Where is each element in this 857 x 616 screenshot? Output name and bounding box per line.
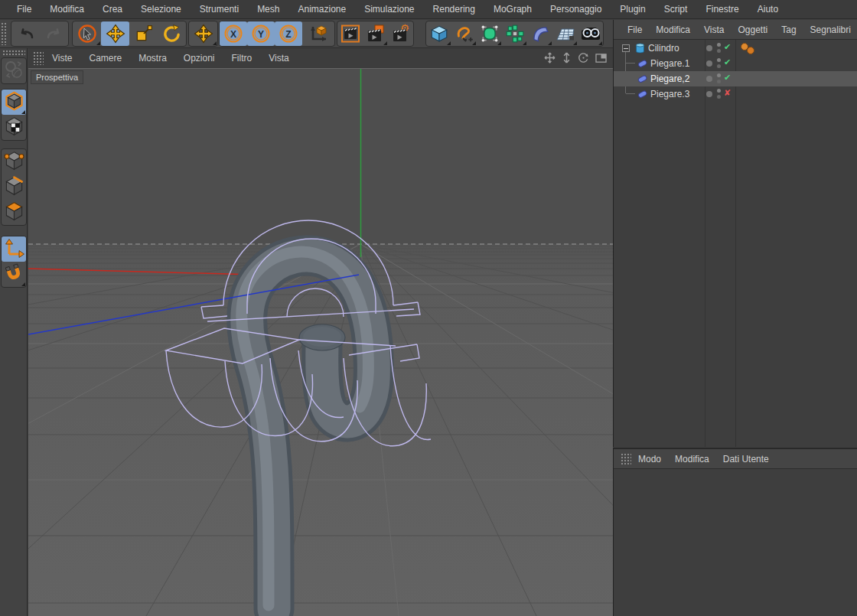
snap-magnet-button[interactable] xyxy=(2,262,26,287)
table-row-piegare3[interactable]: Piegare.3 ✘ xyxy=(614,86,857,102)
vp-menu-camere[interactable]: Camere xyxy=(80,53,130,64)
table-row-piegare2-selected[interactable]: Piegare,2 ✔ xyxy=(614,71,857,86)
tools-group xyxy=(72,21,187,47)
am-menu-modo[interactable]: Modo xyxy=(631,454,668,464)
visibility-dot-render[interactable] xyxy=(717,64,721,68)
menu-modifica[interactable]: Modifica xyxy=(41,0,93,19)
pan-view-icon[interactable] xyxy=(544,52,556,64)
toggle-view-icon[interactable] xyxy=(595,52,607,64)
enabled-check-icon[interactable]: ✔ xyxy=(724,73,731,83)
undo-button[interactable] xyxy=(11,21,40,46)
mode-toolbar-grip[interactable] xyxy=(2,50,25,56)
array-object-button[interactable] xyxy=(502,21,527,46)
object-name[interactable]: Piegare.3 xyxy=(650,89,689,99)
layer-dot[interactable] xyxy=(706,91,712,97)
table-row-piegare1[interactable]: Piegare.1 ✔ xyxy=(614,56,857,71)
zoom-view-icon[interactable] xyxy=(562,52,572,64)
visibility-dot-render[interactable] xyxy=(717,49,721,53)
menu-mograph[interactable]: MoGraph xyxy=(484,0,541,19)
model-mode-button[interactable] xyxy=(2,90,26,115)
enabled-check-icon[interactable]: ✔ xyxy=(724,57,731,67)
live-selection-button[interactable] xyxy=(73,21,101,46)
enabled-check-icon[interactable]: ✔ xyxy=(724,42,731,52)
menu-simulazione[interactable]: Simulazione xyxy=(355,0,423,19)
menu-animazione[interactable]: Animazione xyxy=(288,0,355,19)
vp-menu-mostra[interactable]: Mostra xyxy=(130,53,175,64)
menu-crea[interactable]: Crea xyxy=(93,0,132,19)
environment-floor-icon xyxy=(556,24,575,44)
svg-text:X: X xyxy=(230,29,236,40)
visibility-dot-render[interactable] xyxy=(717,80,721,83)
render-settings-button[interactable]: ⚙ xyxy=(388,21,413,46)
z-axis-lock-button[interactable]: Z xyxy=(275,21,302,46)
om-menu-tag[interactable]: Tag xyxy=(774,24,803,35)
om-menu-segnalibri[interactable]: Segnalibri xyxy=(803,24,857,35)
rotate-tool-button[interactable] xyxy=(158,21,186,46)
visibility-dot-editor[interactable] xyxy=(717,58,721,62)
deformer-button[interactable] xyxy=(527,21,552,46)
render-picture-viewer-button[interactable] xyxy=(363,21,388,46)
coordinate-system-button[interactable] xyxy=(302,21,334,46)
menu-strumenti[interactable]: Strumenti xyxy=(191,0,248,19)
om-menu-oggetti[interactable]: Oggetti xyxy=(732,24,775,35)
menu-finestre[interactable]: Finestre xyxy=(696,0,748,19)
object-name[interactable]: Piegare,2 xyxy=(650,73,689,84)
menu-selezione[interactable]: Selezione xyxy=(132,0,191,19)
visibility-dot-render[interactable] xyxy=(717,95,721,99)
edge-mode-button[interactable] xyxy=(2,174,26,200)
visibility-dot-editor[interactable] xyxy=(717,43,721,47)
vp-menu-opzioni[interactable]: Opzioni xyxy=(175,53,223,64)
y-axis-lock-button[interactable]: Y xyxy=(247,21,275,46)
om-menu-file[interactable]: File xyxy=(621,24,649,35)
last-used-tool-button[interactable] xyxy=(189,21,217,46)
axis-mode-button[interactable] xyxy=(2,236,26,262)
texture-mode-button[interactable] xyxy=(2,115,26,140)
spline-pen-button[interactable] xyxy=(451,21,477,46)
x-axis-lock-button[interactable]: X xyxy=(220,21,247,46)
am-menu-modifica[interactable]: Modifica xyxy=(668,454,716,464)
visibility-dot-editor[interactable] xyxy=(717,89,721,93)
layer-dot[interactable] xyxy=(706,76,712,82)
object-name[interactable]: Piegare.1 xyxy=(650,58,689,69)
view-label[interactable]: Prospettiva xyxy=(31,70,83,84)
viewport-menubar-grip[interactable] xyxy=(33,51,44,65)
vp-menu-viste[interactable]: Viste xyxy=(44,53,80,64)
menu-plugin[interactable]: Plugin xyxy=(611,0,654,19)
om-menu-vista[interactable]: Vista xyxy=(697,24,731,35)
move-tool-button[interactable] xyxy=(101,21,129,46)
menu-file[interactable]: File xyxy=(8,0,41,19)
menu-mesh[interactable]: Mesh xyxy=(248,0,288,19)
disabled-cross-icon[interactable]: ✘ xyxy=(724,88,731,98)
point-mode-button[interactable] xyxy=(2,149,26,174)
am-menu-dati-utente[interactable]: Dati Utente xyxy=(716,454,776,464)
polygon-mode-button[interactable] xyxy=(2,200,26,225)
collapse-toggle-icon[interactable] xyxy=(622,44,630,52)
scale-tool-button[interactable] xyxy=(129,21,158,46)
orange-tag-dot[interactable] xyxy=(741,44,748,51)
redo-button[interactable] xyxy=(40,21,68,46)
visibility-dot-editor[interactable] xyxy=(717,73,721,77)
scene-3d-view[interactable]: Prospettiva xyxy=(28,69,613,616)
make-editable-button[interactable] xyxy=(2,58,26,83)
vp-menu-filtro[interactable]: Filtro xyxy=(223,53,261,64)
menu-personaggio[interactable]: Personaggio xyxy=(541,0,611,19)
subdivision-surface-button[interactable] xyxy=(477,21,502,46)
vp-menu-vista[interactable]: Vista xyxy=(260,53,297,64)
layer-dot[interactable] xyxy=(706,60,712,67)
menu-rendering[interactable]: Rendering xyxy=(424,0,484,19)
object-name[interactable]: Cilindro xyxy=(648,43,679,54)
render-view-button[interactable] xyxy=(337,21,363,46)
menu-script[interactable]: Script xyxy=(655,0,697,19)
perspective-viewport: Viste Camere Mostra Opzioni Filtro Vista… xyxy=(28,48,613,616)
attribute-manager-grip[interactable] xyxy=(621,453,631,465)
om-menu-modifica[interactable]: Modifica xyxy=(649,24,697,35)
primitive-cube-button[interactable] xyxy=(426,21,451,46)
environment-floor-button[interactable] xyxy=(552,21,578,46)
camera-button[interactable] xyxy=(578,21,603,46)
table-row-cilindro[interactable]: Cilindro ✔ xyxy=(614,41,857,56)
rotate-view-icon[interactable] xyxy=(578,52,589,64)
menu-aiuto[interactable]: Aiuto xyxy=(748,0,787,19)
orange-tag-dot[interactable] xyxy=(748,47,754,54)
layer-dot[interactable] xyxy=(706,45,712,51)
toolbar-grip[interactable] xyxy=(1,22,8,45)
